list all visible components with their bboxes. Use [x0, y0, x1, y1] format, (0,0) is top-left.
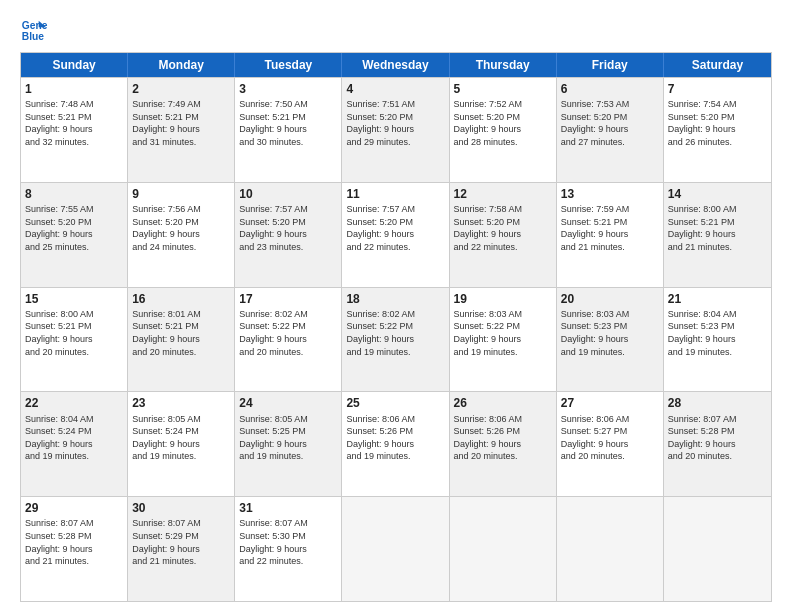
day-info: Sunrise: 7:50 AM Sunset: 5:21 PM Dayligh… — [239, 98, 337, 148]
calendar-cell-w1d5: 13Sunrise: 7:59 AM Sunset: 5:21 PM Dayli… — [557, 183, 664, 287]
calendar-cell-w3d1: 23Sunrise: 8:05 AM Sunset: 5:24 PM Dayli… — [128, 392, 235, 496]
day-number: 22 — [25, 395, 123, 411]
calendar-row-1: 8Sunrise: 7:55 AM Sunset: 5:20 PM Daylig… — [21, 182, 771, 287]
day-number: 26 — [454, 395, 552, 411]
day-info: Sunrise: 7:53 AM Sunset: 5:20 PM Dayligh… — [561, 98, 659, 148]
day-info: Sunrise: 8:02 AM Sunset: 5:22 PM Dayligh… — [346, 308, 444, 358]
calendar-cell-w0d2: 3Sunrise: 7:50 AM Sunset: 5:21 PM Daylig… — [235, 78, 342, 182]
day-number: 30 — [132, 500, 230, 516]
calendar-row-2: 15Sunrise: 8:00 AM Sunset: 5:21 PM Dayli… — [21, 287, 771, 392]
calendar-header: SundayMondayTuesdayWednesdayThursdayFrid… — [21, 53, 771, 77]
day-number: 13 — [561, 186, 659, 202]
day-number: 25 — [346, 395, 444, 411]
calendar-cell-w3d6: 28Sunrise: 8:07 AM Sunset: 5:28 PM Dayli… — [664, 392, 771, 496]
day-info: Sunrise: 7:57 AM Sunset: 5:20 PM Dayligh… — [346, 203, 444, 253]
day-info: Sunrise: 8:05 AM Sunset: 5:24 PM Dayligh… — [132, 413, 230, 463]
day-info: Sunrise: 8:00 AM Sunset: 5:21 PM Dayligh… — [25, 308, 123, 358]
day-number: 4 — [346, 81, 444, 97]
calendar-cell-w1d3: 11Sunrise: 7:57 AM Sunset: 5:20 PM Dayli… — [342, 183, 449, 287]
calendar-cell-w4d3 — [342, 497, 449, 601]
calendar-cell-w2d4: 19Sunrise: 8:03 AM Sunset: 5:22 PM Dayli… — [450, 288, 557, 392]
calendar-cell-w0d4: 5Sunrise: 7:52 AM Sunset: 5:20 PM Daylig… — [450, 78, 557, 182]
day-info: Sunrise: 8:00 AM Sunset: 5:21 PM Dayligh… — [668, 203, 767, 253]
day-info: Sunrise: 8:06 AM Sunset: 5:27 PM Dayligh… — [561, 413, 659, 463]
header: General Blue — [20, 16, 772, 44]
day-number: 28 — [668, 395, 767, 411]
day-info: Sunrise: 8:04 AM Sunset: 5:24 PM Dayligh… — [25, 413, 123, 463]
day-info: Sunrise: 7:58 AM Sunset: 5:20 PM Dayligh… — [454, 203, 552, 253]
calendar-cell-w2d5: 20Sunrise: 8:03 AM Sunset: 5:23 PM Dayli… — [557, 288, 664, 392]
day-info: Sunrise: 7:48 AM Sunset: 5:21 PM Dayligh… — [25, 98, 123, 148]
calendar-cell-w1d1: 9Sunrise: 7:56 AM Sunset: 5:20 PM Daylig… — [128, 183, 235, 287]
day-info: Sunrise: 8:03 AM Sunset: 5:22 PM Dayligh… — [454, 308, 552, 358]
calendar-cell-w2d1: 16Sunrise: 8:01 AM Sunset: 5:21 PM Dayli… — [128, 288, 235, 392]
calendar-cell-w1d6: 14Sunrise: 8:00 AM Sunset: 5:21 PM Dayli… — [664, 183, 771, 287]
day-number: 15 — [25, 291, 123, 307]
logo-icon: General Blue — [20, 16, 48, 44]
calendar-cell-w4d1: 30Sunrise: 8:07 AM Sunset: 5:29 PM Dayli… — [128, 497, 235, 601]
day-info: Sunrise: 7:57 AM Sunset: 5:20 PM Dayligh… — [239, 203, 337, 253]
calendar-cell-w2d2: 17Sunrise: 8:02 AM Sunset: 5:22 PM Dayli… — [235, 288, 342, 392]
day-number: 11 — [346, 186, 444, 202]
day-info: Sunrise: 7:55 AM Sunset: 5:20 PM Dayligh… — [25, 203, 123, 253]
header-day-monday: Monday — [128, 53, 235, 77]
day-number: 14 — [668, 186, 767, 202]
day-info: Sunrise: 7:56 AM Sunset: 5:20 PM Dayligh… — [132, 203, 230, 253]
calendar-cell-w4d2: 31Sunrise: 8:07 AM Sunset: 5:30 PM Dayli… — [235, 497, 342, 601]
calendar-row-0: 1Sunrise: 7:48 AM Sunset: 5:21 PM Daylig… — [21, 77, 771, 182]
calendar: SundayMondayTuesdayWednesdayThursdayFrid… — [20, 52, 772, 602]
day-info: Sunrise: 7:52 AM Sunset: 5:20 PM Dayligh… — [454, 98, 552, 148]
day-number: 29 — [25, 500, 123, 516]
day-info: Sunrise: 8:01 AM Sunset: 5:21 PM Dayligh… — [132, 308, 230, 358]
header-day-friday: Friday — [557, 53, 664, 77]
calendar-cell-w2d6: 21Sunrise: 8:04 AM Sunset: 5:23 PM Dayli… — [664, 288, 771, 392]
day-info: Sunrise: 8:05 AM Sunset: 5:25 PM Dayligh… — [239, 413, 337, 463]
day-info: Sunrise: 8:07 AM Sunset: 5:30 PM Dayligh… — [239, 517, 337, 567]
day-number: 7 — [668, 81, 767, 97]
day-number: 12 — [454, 186, 552, 202]
day-number: 18 — [346, 291, 444, 307]
day-info: Sunrise: 8:06 AM Sunset: 5:26 PM Dayligh… — [346, 413, 444, 463]
day-info: Sunrise: 7:49 AM Sunset: 5:21 PM Dayligh… — [132, 98, 230, 148]
day-number: 8 — [25, 186, 123, 202]
calendar-cell-w3d2: 24Sunrise: 8:05 AM Sunset: 5:25 PM Dayli… — [235, 392, 342, 496]
calendar-cell-w1d0: 8Sunrise: 7:55 AM Sunset: 5:20 PM Daylig… — [21, 183, 128, 287]
calendar-cell-w3d4: 26Sunrise: 8:06 AM Sunset: 5:26 PM Dayli… — [450, 392, 557, 496]
calendar-cell-w3d3: 25Sunrise: 8:06 AM Sunset: 5:26 PM Dayli… — [342, 392, 449, 496]
calendar-cell-w0d3: 4Sunrise: 7:51 AM Sunset: 5:20 PM Daylig… — [342, 78, 449, 182]
calendar-cell-w1d4: 12Sunrise: 7:58 AM Sunset: 5:20 PM Dayli… — [450, 183, 557, 287]
calendar-cell-w4d4 — [450, 497, 557, 601]
day-number: 27 — [561, 395, 659, 411]
day-info: Sunrise: 8:02 AM Sunset: 5:22 PM Dayligh… — [239, 308, 337, 358]
day-number: 21 — [668, 291, 767, 307]
page: General Blue SundayMondayTuesdayWednesda… — [0, 0, 792, 612]
calendar-cell-w2d0: 15Sunrise: 8:00 AM Sunset: 5:21 PM Dayli… — [21, 288, 128, 392]
day-number: 1 — [25, 81, 123, 97]
calendar-row-3: 22Sunrise: 8:04 AM Sunset: 5:24 PM Dayli… — [21, 391, 771, 496]
day-info: Sunrise: 7:59 AM Sunset: 5:21 PM Dayligh… — [561, 203, 659, 253]
calendar-cell-w0d5: 6Sunrise: 7:53 AM Sunset: 5:20 PM Daylig… — [557, 78, 664, 182]
header-day-thursday: Thursday — [450, 53, 557, 77]
day-info: Sunrise: 7:51 AM Sunset: 5:20 PM Dayligh… — [346, 98, 444, 148]
day-info: Sunrise: 7:54 AM Sunset: 5:20 PM Dayligh… — [668, 98, 767, 148]
calendar-cell-w0d1: 2Sunrise: 7:49 AM Sunset: 5:21 PM Daylig… — [128, 78, 235, 182]
header-day-saturday: Saturday — [664, 53, 771, 77]
day-info: Sunrise: 8:07 AM Sunset: 5:28 PM Dayligh… — [668, 413, 767, 463]
day-number: 31 — [239, 500, 337, 516]
day-number: 20 — [561, 291, 659, 307]
day-info: Sunrise: 8:03 AM Sunset: 5:23 PM Dayligh… — [561, 308, 659, 358]
day-info: Sunrise: 8:04 AM Sunset: 5:23 PM Dayligh… — [668, 308, 767, 358]
header-day-sunday: Sunday — [21, 53, 128, 77]
day-number: 16 — [132, 291, 230, 307]
header-day-tuesday: Tuesday — [235, 53, 342, 77]
calendar-cell-w4d5 — [557, 497, 664, 601]
day-number: 24 — [239, 395, 337, 411]
day-number: 10 — [239, 186, 337, 202]
day-number: 3 — [239, 81, 337, 97]
calendar-row-4: 29Sunrise: 8:07 AM Sunset: 5:28 PM Dayli… — [21, 496, 771, 601]
day-info: Sunrise: 8:06 AM Sunset: 5:26 PM Dayligh… — [454, 413, 552, 463]
day-number: 19 — [454, 291, 552, 307]
calendar-cell-w0d0: 1Sunrise: 7:48 AM Sunset: 5:21 PM Daylig… — [21, 78, 128, 182]
day-info: Sunrise: 8:07 AM Sunset: 5:29 PM Dayligh… — [132, 517, 230, 567]
day-number: 2 — [132, 81, 230, 97]
